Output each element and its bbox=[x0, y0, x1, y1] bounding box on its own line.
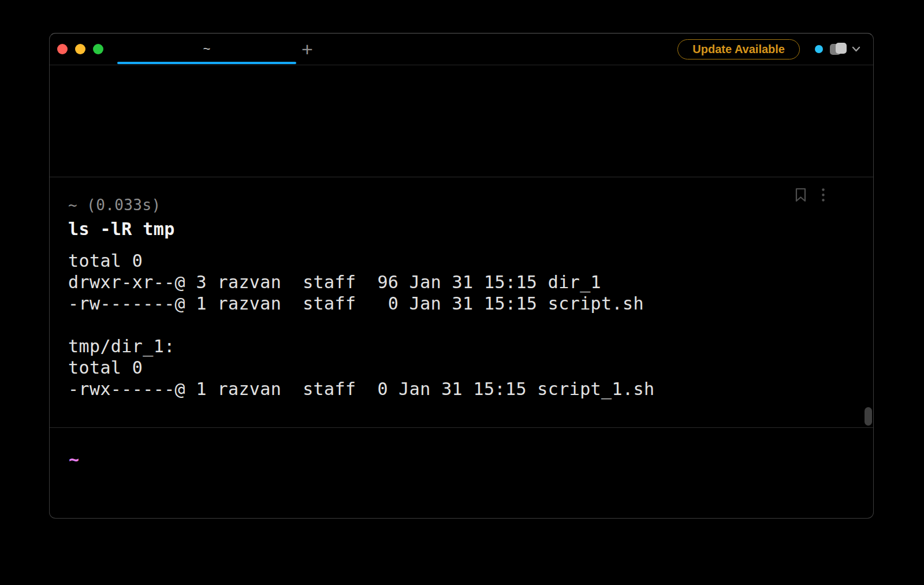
bookmark-icon[interactable] bbox=[795, 188, 807, 202]
previous-empty-block bbox=[50, 65, 873, 177]
output-line: total 0 bbox=[68, 250, 804, 271]
zoom-window-button[interactable] bbox=[93, 44, 103, 54]
notification-dot bbox=[815, 45, 823, 53]
traffic-lights bbox=[57, 33, 103, 65]
scrollbar-thumb[interactable] bbox=[865, 407, 872, 426]
output-line: tmp/dir_1: bbox=[68, 336, 804, 357]
minimize-window-button[interactable] bbox=[75, 44, 85, 54]
scrollback-area: ~ (0.033s) ls -lR tmp total 0 drwxr-xr--… bbox=[50, 65, 873, 427]
terminal-window: ~ + Update Available bbox=[49, 33, 874, 519]
command-output: total 0 drwxr-xr--@ 3 razvan staff 96 Ja… bbox=[68, 250, 804, 400]
block-actions bbox=[795, 188, 825, 202]
output-line: -rw-------@ 1 razvan staff 0 Jan 31 15:1… bbox=[68, 293, 804, 314]
pane-front-shape bbox=[836, 43, 847, 54]
output-line: -rwx------@ 1 razvan staff 0 Jan 31 15:1… bbox=[68, 378, 804, 400]
tab-home[interactable]: ~ bbox=[117, 33, 296, 65]
command-input[interactable]: ~ bbox=[50, 427, 873, 518]
executed-command: ls -lR tmp bbox=[68, 219, 804, 239]
output-line: drwxr-xr--@ 3 razvan staff 96 Jan 31 15:… bbox=[68, 271, 804, 293]
command-duration-header: ~ (0.033s) bbox=[68, 196, 804, 214]
new-tab-button[interactable]: + bbox=[297, 33, 317, 65]
tab-bar: ~ + Update Available bbox=[50, 33, 873, 65]
panes-icon[interactable] bbox=[830, 42, 847, 56]
kebab-menu-icon[interactable] bbox=[822, 188, 825, 202]
output-line: total 0 bbox=[68, 357, 804, 378]
tabbar-right-cluster: Update Available bbox=[677, 33, 873, 65]
prompt-tilde: ~ bbox=[69, 449, 79, 470]
close-window-button[interactable] bbox=[57, 44, 68, 54]
chevron-down-icon[interactable] bbox=[852, 46, 860, 52]
update-available-button[interactable]: Update Available bbox=[677, 39, 800, 59]
command-block: ~ (0.033s) ls -lR tmp total 0 drwxr-xr--… bbox=[50, 177, 873, 400]
active-tab-indicator bbox=[117, 62, 296, 64]
output-line bbox=[68, 314, 804, 336]
tab-title: ~ bbox=[203, 42, 211, 57]
